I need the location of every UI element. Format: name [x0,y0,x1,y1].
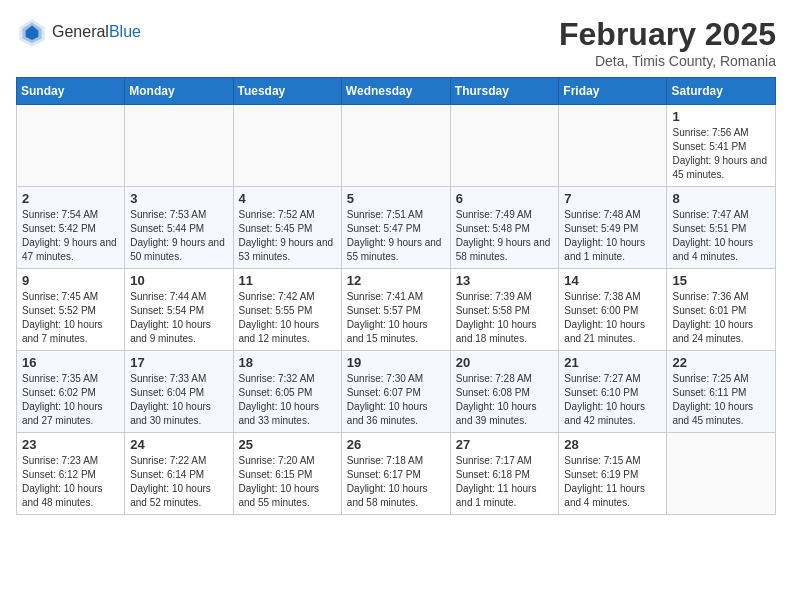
day-info: Sunrise: 7:25 AM Sunset: 6:11 PM Dayligh… [672,372,770,428]
day-info: Sunrise: 7:41 AM Sunset: 5:57 PM Dayligh… [347,290,445,346]
day-info: Sunrise: 7:47 AM Sunset: 5:51 PM Dayligh… [672,208,770,264]
header-thursday: Thursday [450,78,559,105]
calendar-cell: 12Sunrise: 7:41 AM Sunset: 5:57 PM Dayli… [341,269,450,351]
calendar-cell: 2Sunrise: 7:54 AM Sunset: 5:42 PM Daylig… [17,187,125,269]
title-section: February 2025 Deta, Timis County, Romani… [559,16,776,69]
calendar-cell: 25Sunrise: 7:20 AM Sunset: 6:15 PM Dayli… [233,433,341,515]
calendar-cell: 23Sunrise: 7:23 AM Sunset: 6:12 PM Dayli… [17,433,125,515]
calendar-cell [559,105,667,187]
day-number: 23 [22,437,119,452]
day-info: Sunrise: 7:17 AM Sunset: 6:18 PM Dayligh… [456,454,554,510]
calendar-cell: 26Sunrise: 7:18 AM Sunset: 6:17 PM Dayli… [341,433,450,515]
day-number: 16 [22,355,119,370]
calendar-cell [667,433,776,515]
day-info: Sunrise: 7:23 AM Sunset: 6:12 PM Dayligh… [22,454,119,510]
month-title: February 2025 [559,16,776,53]
calendar-cell: 10Sunrise: 7:44 AM Sunset: 5:54 PM Dayli… [125,269,233,351]
day-info: Sunrise: 7:39 AM Sunset: 5:58 PM Dayligh… [456,290,554,346]
day-number: 20 [456,355,554,370]
day-number: 18 [239,355,336,370]
day-number: 27 [456,437,554,452]
day-number: 19 [347,355,445,370]
day-number: 9 [22,273,119,288]
calendar-cell: 15Sunrise: 7:36 AM Sunset: 6:01 PM Dayli… [667,269,776,351]
calendar-cell: 14Sunrise: 7:38 AM Sunset: 6:00 PM Dayli… [559,269,667,351]
calendar-cell: 28Sunrise: 7:15 AM Sunset: 6:19 PM Dayli… [559,433,667,515]
calendar-cell: 6Sunrise: 7:49 AM Sunset: 5:48 PM Daylig… [450,187,559,269]
location-subtitle: Deta, Timis County, Romania [559,53,776,69]
day-info: Sunrise: 7:18 AM Sunset: 6:17 PM Dayligh… [347,454,445,510]
day-info: Sunrise: 7:49 AM Sunset: 5:48 PM Dayligh… [456,208,554,264]
calendar-week-row: 2Sunrise: 7:54 AM Sunset: 5:42 PM Daylig… [17,187,776,269]
calendar-week-row: 1Sunrise: 7:56 AM Sunset: 5:41 PM Daylig… [17,105,776,187]
calendar-cell: 9Sunrise: 7:45 AM Sunset: 5:52 PM Daylig… [17,269,125,351]
calendar-cell: 1Sunrise: 7:56 AM Sunset: 5:41 PM Daylig… [667,105,776,187]
day-number: 8 [672,191,770,206]
day-info: Sunrise: 7:53 AM Sunset: 5:44 PM Dayligh… [130,208,227,264]
calendar-cell: 22Sunrise: 7:25 AM Sunset: 6:11 PM Dayli… [667,351,776,433]
day-info: Sunrise: 7:15 AM Sunset: 6:19 PM Dayligh… [564,454,661,510]
header-tuesday: Tuesday [233,78,341,105]
logo-blue-text: Blue [109,23,141,41]
day-info: Sunrise: 7:52 AM Sunset: 5:45 PM Dayligh… [239,208,336,264]
day-number: 25 [239,437,336,452]
day-info: Sunrise: 7:20 AM Sunset: 6:15 PM Dayligh… [239,454,336,510]
calendar-cell [450,105,559,187]
calendar-week-row: 16Sunrise: 7:35 AM Sunset: 6:02 PM Dayli… [17,351,776,433]
calendar-cell: 8Sunrise: 7:47 AM Sunset: 5:51 PM Daylig… [667,187,776,269]
logo-general-text: General [52,23,109,41]
day-info: Sunrise: 7:28 AM Sunset: 6:08 PM Dayligh… [456,372,554,428]
day-number: 6 [456,191,554,206]
day-number: 15 [672,273,770,288]
calendar-cell [233,105,341,187]
calendar-cell: 3Sunrise: 7:53 AM Sunset: 5:44 PM Daylig… [125,187,233,269]
day-info: Sunrise: 7:30 AM Sunset: 6:07 PM Dayligh… [347,372,445,428]
day-info: Sunrise: 7:48 AM Sunset: 5:49 PM Dayligh… [564,208,661,264]
page-header: GeneralBlue February 2025 Deta, Timis Co… [16,16,776,69]
header-monday: Monday [125,78,233,105]
day-info: Sunrise: 7:35 AM Sunset: 6:02 PM Dayligh… [22,372,119,428]
day-number: 13 [456,273,554,288]
day-info: Sunrise: 7:36 AM Sunset: 6:01 PM Dayligh… [672,290,770,346]
calendar-cell: 7Sunrise: 7:48 AM Sunset: 5:49 PM Daylig… [559,187,667,269]
day-info: Sunrise: 7:22 AM Sunset: 6:14 PM Dayligh… [130,454,227,510]
header-wednesday: Wednesday [341,78,450,105]
day-number: 22 [672,355,770,370]
day-info: Sunrise: 7:42 AM Sunset: 5:55 PM Dayligh… [239,290,336,346]
calendar-cell: 18Sunrise: 7:32 AM Sunset: 6:05 PM Dayli… [233,351,341,433]
day-info: Sunrise: 7:45 AM Sunset: 5:52 PM Dayligh… [22,290,119,346]
calendar-header-row: SundayMondayTuesdayWednesdayThursdayFrid… [17,78,776,105]
day-number: 12 [347,273,445,288]
day-number: 24 [130,437,227,452]
calendar-cell: 27Sunrise: 7:17 AM Sunset: 6:18 PM Dayli… [450,433,559,515]
calendar-cell: 13Sunrise: 7:39 AM Sunset: 5:58 PM Dayli… [450,269,559,351]
logo: GeneralBlue [16,16,141,48]
calendar-cell: 24Sunrise: 7:22 AM Sunset: 6:14 PM Dayli… [125,433,233,515]
day-info: Sunrise: 7:27 AM Sunset: 6:10 PM Dayligh… [564,372,661,428]
calendar-cell: 21Sunrise: 7:27 AM Sunset: 6:10 PM Dayli… [559,351,667,433]
calendar-week-row: 23Sunrise: 7:23 AM Sunset: 6:12 PM Dayli… [17,433,776,515]
day-number: 21 [564,355,661,370]
day-number: 26 [347,437,445,452]
calendar-cell: 11Sunrise: 7:42 AM Sunset: 5:55 PM Dayli… [233,269,341,351]
day-info: Sunrise: 7:33 AM Sunset: 6:04 PM Dayligh… [130,372,227,428]
calendar-cell: 16Sunrise: 7:35 AM Sunset: 6:02 PM Dayli… [17,351,125,433]
calendar-table: SundayMondayTuesdayWednesdayThursdayFrid… [16,77,776,515]
day-info: Sunrise: 7:38 AM Sunset: 6:00 PM Dayligh… [564,290,661,346]
day-info: Sunrise: 7:44 AM Sunset: 5:54 PM Dayligh… [130,290,227,346]
calendar-week-row: 9Sunrise: 7:45 AM Sunset: 5:52 PM Daylig… [17,269,776,351]
day-number: 4 [239,191,336,206]
calendar-cell: 19Sunrise: 7:30 AM Sunset: 6:07 PM Dayli… [341,351,450,433]
day-info: Sunrise: 7:51 AM Sunset: 5:47 PM Dayligh… [347,208,445,264]
calendar-cell [17,105,125,187]
header-saturday: Saturday [667,78,776,105]
day-number: 14 [564,273,661,288]
logo-icon [16,16,48,48]
day-number: 3 [130,191,227,206]
calendar-cell: 20Sunrise: 7:28 AM Sunset: 6:08 PM Dayli… [450,351,559,433]
day-info: Sunrise: 7:54 AM Sunset: 5:42 PM Dayligh… [22,208,119,264]
day-number: 10 [130,273,227,288]
day-number: 2 [22,191,119,206]
day-number: 5 [347,191,445,206]
day-number: 11 [239,273,336,288]
